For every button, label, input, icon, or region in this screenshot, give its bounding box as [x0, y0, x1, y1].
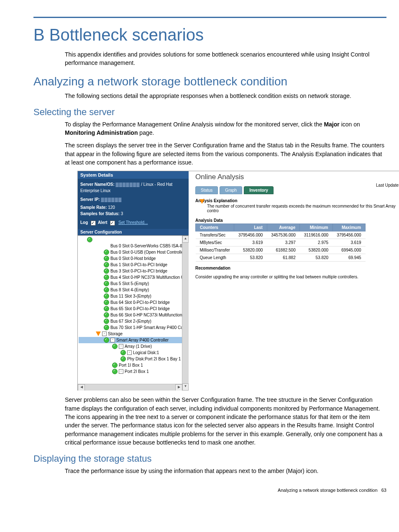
tree-item-label: Bus 0 Slot 0-ServerWorks CSB5 ISA-IDE-U	[110, 244, 182, 248]
bold-monitoring: Monitoring Administration	[65, 129, 138, 136]
table-cell: 53.820	[300, 254, 332, 262]
analysis-explanation-label: Analysis Explanation	[195, 198, 399, 203]
scroll-right-icon[interactable]: ▶	[175, 384, 182, 391]
tree-row[interactable]: -Logical Disk:1	[79, 350, 182, 356]
tree-row[interactable]: Bus 66 Slot 0-HP NC373i Multifunction Gi…	[79, 312, 182, 318]
scroll-left-icon[interactable]: ◀	[78, 384, 85, 391]
status-ok-icon	[104, 306, 109, 311]
tree-row[interactable]: Bus 4 Slot 0-HP NC373i Multifunction Gig…	[79, 274, 182, 280]
collapse-icon[interactable]: -	[102, 332, 107, 336]
table-cell: 3.619	[332, 239, 365, 247]
table-row: Transfers/Sec3795456.0003457536.00031196…	[196, 231, 366, 239]
server-problems-paragraph: Server problems can also be seen within …	[65, 396, 386, 447]
status-ok-icon	[104, 312, 109, 318]
status-major-icon	[95, 331, 101, 337]
tab-graph[interactable]: Graph	[220, 186, 242, 194]
tree-item-label: Bus 67 Slot 2-(Empty)	[110, 319, 151, 324]
left-pane: System Details Server Name/OS: ▓▓▓▓▓▓▓ /…	[78, 171, 189, 391]
table-cell: 3.619	[234, 239, 267, 247]
tree-row[interactable]: Bus 0 Slot 0-Host bridge	[79, 255, 182, 262]
alert-label: Alert	[98, 220, 107, 225]
table-cell: 53.820	[234, 254, 267, 262]
last-update-label: Last Update	[376, 171, 399, 188]
tree-item-label: Smart Array P400 Controller	[116, 338, 169, 342]
table-row: Queue Length53.82061.88253.82069.945	[196, 254, 366, 262]
tree-item-label: Storage	[108, 332, 123, 336]
table-header: Last	[234, 224, 267, 231]
table-cell: 53820.000	[234, 247, 267, 254]
table-cell: 61882.500	[267, 247, 299, 254]
tree-row[interactable]: Bus 1 Slot 0-PCI-to-PCI bridge	[79, 262, 182, 268]
table-cell: 69945.000	[332, 247, 365, 254]
tree-row[interactable]: Bus 5 Slot 5-(Empty)	[79, 280, 182, 287]
tree-row[interactable]: Bus 11 Slot 3-(Empty)	[79, 293, 182, 299]
log-checkbox[interactable]	[91, 221, 96, 226]
table-cell: 3795456.000	[234, 231, 267, 239]
tree-row[interactable]: Bus 0 Slot 0-USB (Open Host Controller S…	[79, 249, 182, 255]
set-threshold-link[interactable]: Set Threshold...	[118, 220, 148, 225]
collapse-icon[interactable]: -	[119, 344, 123, 349]
table-header: Minimum	[300, 224, 332, 231]
vertical-scrollbar[interactable]: ▲ ▼	[182, 236, 189, 391]
table-row: Millisec/Transfer53820.00061882.50053820…	[196, 247, 366, 254]
tree-row[interactable]: Bus 0 Slot 0-ServerWorks CSB5 ISA-IDE-U	[79, 243, 182, 249]
tree-item-label: Bus 64 Slot 0-PCI-to-PCI bridge	[110, 300, 170, 305]
sample-rate-label: Sample Rate:	[80, 205, 107, 210]
tree-row[interactable]: Bus 8 Slot 4-(Empty)	[79, 287, 182, 293]
tree[interactable]: Bus 0 Slot 0-ServerWorks CSB5 ISA-IDE-UB…	[78, 236, 182, 384]
status-ok-icon	[104, 300, 109, 305]
tree-item-label: Bus 5 Slot 5-(Empty)	[110, 281, 149, 286]
tree-row[interactable]: Bus 67 Slot 2-(Empty)	[79, 318, 182, 324]
bold-major: Major	[324, 121, 339, 128]
tree-row[interactable]: -Array (1 Drive)	[79, 343, 182, 350]
tree-row[interactable]: Port 1I Box 1	[79, 362, 182, 368]
status-none-icon	[104, 243, 109, 249]
samples-status-label: Samples for Status:	[80, 211, 120, 216]
tree-row[interactable]: Bus 65 Slot 0-PCI-to-PCI bridge	[79, 306, 182, 312]
tree-row[interactable]	[79, 236, 182, 243]
text: page.	[138, 129, 154, 136]
analysis-explanation-row: The number of concurrent transfer reques…	[195, 204, 399, 213]
intro-paragraph: This appendix identifies and provides so…	[65, 50, 386, 67]
text: icon on	[340, 121, 360, 128]
samples-status-value: 3	[120, 211, 123, 216]
table-cell: 3457536.000	[267, 231, 299, 239]
collapse-icon[interactable]: -	[119, 369, 123, 374]
horizontal-scrollbar[interactable]: ◀ ▶	[78, 384, 182, 391]
tree-row[interactable]: Bus 64 Slot 0-PCI-to-PCI bridge	[79, 299, 182, 306]
tab-bar: Status Graph Inventory	[195, 186, 376, 194]
tree-row[interactable]: Bus 3 Slot 0-PCI-to-PCI bridge	[79, 268, 182, 274]
status-ok-icon	[104, 337, 109, 343]
collapse-icon[interactable]: -	[110, 338, 115, 342]
log-label: Log	[80, 220, 88, 225]
tab-status[interactable]: Status	[195, 186, 218, 194]
tree-item-label: Bus 1 Slot 0-PCI-to-PCI bridge	[110, 262, 167, 267]
status-ok-icon	[104, 262, 109, 267]
status-ok-icon	[120, 356, 126, 362]
status-ok-icon	[104, 275, 109, 280]
selecting-paragraph-1: To display the Performance Management On…	[65, 120, 386, 137]
tree-row[interactable]: Bus 70 Slot 1-HP Smart Array P400 Contro	[79, 324, 182, 331]
footer-page-number: 63	[381, 488, 386, 493]
server-name-value: ▓▓▓▓▓▓▓	[116, 182, 140, 187]
section-selecting-server: Selecting the server	[33, 107, 399, 118]
tree-row[interactable]: -Port 2I Box 1	[79, 368, 182, 375]
tab-inventory[interactable]: Inventory	[244, 186, 274, 194]
collapse-icon[interactable]: -	[127, 350, 132, 355]
tree-item-label: Bus 0 Slot 0-Host bridge	[110, 256, 156, 261]
system-details-title: System Details	[78, 171, 189, 179]
scroll-down-icon[interactable]: ▼	[182, 383, 189, 391]
alert-checkbox[interactable]	[110, 221, 115, 226]
scroll-up-icon[interactable]: ▲	[182, 236, 189, 243]
tree-item-label: Bus 0 Slot 0-USB (Open Host Controller S…	[110, 250, 182, 254]
tree-item-label: Bus 65 Slot 0-PCI-to-PCI bridge	[110, 306, 170, 311]
table-cell: 69.945	[332, 254, 365, 262]
table-header: Average	[267, 224, 299, 231]
server-ip-value: ▓▓▓▓▓▓	[101, 197, 122, 202]
tree-row[interactable]: -Smart Array P400 Controller	[79, 337, 182, 343]
tree-row[interactable]: -Storage	[79, 331, 182, 337]
server-name-label: Server Name/OS:	[80, 182, 115, 187]
section-displaying-storage: Displaying the storage status	[33, 453, 399, 464]
tree-row[interactable]: Phy Disk:Port 2I Box 1 Bay 1	[79, 356, 182, 362]
tree-item-label: Bus 4 Slot 0-HP NC373i Multifunction Gig…	[110, 275, 182, 280]
